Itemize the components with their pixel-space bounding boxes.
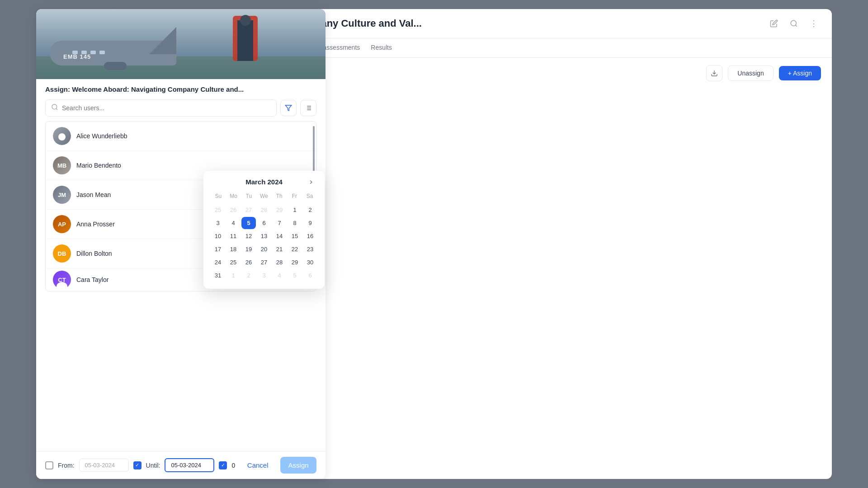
more-icon[interactable]: ⋮ xyxy=(807,16,821,31)
svg-point-3 xyxy=(52,104,57,109)
count-value: 0 xyxy=(231,462,235,469)
cal-day[interactable]: 3 xyxy=(257,269,271,282)
until-label: Until: xyxy=(146,462,160,469)
calendar-weekdays: Su Mo Tu We Th Fr Sa xyxy=(211,191,317,201)
cal-day[interactable]: 3 xyxy=(211,217,225,229)
cal-day[interactable]: 2 xyxy=(303,204,317,216)
cal-day[interactable]: 20 xyxy=(257,243,271,255)
svg-line-1 xyxy=(795,25,797,26)
count-checkbox[interactable]: ✓ xyxy=(219,461,227,469)
cal-day[interactable]: 19 xyxy=(241,243,256,255)
until-date-input[interactable] xyxy=(165,458,214,472)
user-name: Alice Wunderliebb xyxy=(76,132,127,140)
cal-day[interactable]: 15 xyxy=(288,230,302,242)
cal-day[interactable]: 28 xyxy=(272,256,287,268)
cal-day[interactable]: 7 xyxy=(272,217,287,229)
cal-day[interactable]: 1 xyxy=(288,204,302,216)
avatar xyxy=(53,127,71,145)
cal-day[interactable]: 25 xyxy=(226,256,241,268)
cal-day[interactable]: 4 xyxy=(272,269,287,282)
cal-day[interactable]: 24 xyxy=(211,256,225,268)
avatar: MB xyxy=(53,156,71,174)
cal-day[interactable]: 1 xyxy=(226,269,241,282)
cal-day[interactable]: 2 xyxy=(241,269,256,282)
from-checkbox[interactable] xyxy=(45,461,53,469)
user-name: Cara Taylor xyxy=(76,276,108,283)
calendar-next-button[interactable] xyxy=(305,176,317,188)
cal-day[interactable]: 21 xyxy=(272,243,287,255)
calendar-popup: March 2024 Su Mo Tu We Th Fr Sa 25 26 27… xyxy=(203,171,325,289)
avatar: AP xyxy=(53,215,71,233)
cal-day[interactable]: 26 xyxy=(226,204,241,216)
cal-day[interactable]: 18 xyxy=(226,243,241,255)
cal-day[interactable]: 5 xyxy=(288,269,302,282)
user-name: Jason Mean xyxy=(76,191,111,198)
cal-day[interactable]: 22 xyxy=(288,243,302,255)
filter-button[interactable] xyxy=(280,100,297,116)
avatar: JM xyxy=(53,186,71,204)
assign-button[interactable]: + Assign xyxy=(779,66,821,80)
cal-day[interactable]: 27 xyxy=(241,204,256,216)
cal-day[interactable]: 11 xyxy=(226,230,241,242)
cal-day[interactable]: 12 xyxy=(241,230,256,242)
calendar-days: 25 26 27 28 29 1 2 3 4 5 6 7 8 9 10 11 1… xyxy=(211,204,317,282)
cal-day[interactable]: 23 xyxy=(303,243,317,255)
from-date-input[interactable] xyxy=(79,459,129,472)
cal-day[interactable]: 4 xyxy=(226,217,241,229)
cancel-button[interactable]: Cancel xyxy=(240,457,276,474)
cal-day[interactable]: 9 xyxy=(303,217,317,229)
unassign-button[interactable]: Unassign xyxy=(728,66,773,81)
cal-day[interactable]: 16 xyxy=(303,230,317,242)
cal-day[interactable]: 31 xyxy=(211,269,225,282)
cal-day-selected[interactable]: 5 xyxy=(241,217,256,229)
cal-day[interactable]: 10 xyxy=(211,230,225,242)
svg-marker-5 xyxy=(285,105,291,111)
from-label: From: xyxy=(58,462,75,469)
search-icon xyxy=(51,103,58,113)
svg-point-0 xyxy=(791,20,796,26)
list-item[interactable]: Alice Wunderliebb xyxy=(46,122,316,151)
cal-day[interactable]: 28 xyxy=(257,204,271,216)
download-button[interactable] xyxy=(706,65,722,81)
edit-icon[interactable] xyxy=(767,16,781,31)
page-title: ompany Culture and Val... xyxy=(300,18,761,29)
cal-day[interactable]: 6 xyxy=(257,217,271,229)
search-input[interactable] xyxy=(62,104,271,112)
sort-button[interactable] xyxy=(300,100,316,116)
svg-line-4 xyxy=(56,108,57,110)
cal-day[interactable]: 30 xyxy=(303,256,317,268)
cal-day[interactable]: 29 xyxy=(288,256,302,268)
cal-day[interactable]: 6 xyxy=(303,269,317,282)
cal-day[interactable]: 29 xyxy=(272,204,287,216)
until-checkbox[interactable]: ✓ xyxy=(133,461,142,469)
cal-day[interactable]: 17 xyxy=(211,243,225,255)
cal-day[interactable]: 25 xyxy=(211,204,225,216)
modal-title: Assign: Welcome Aboard: Navigating Compa… xyxy=(36,79,326,99)
user-name: Dillon Bolton xyxy=(76,250,112,257)
user-name: Anna Prosser xyxy=(76,221,115,228)
cal-day[interactable]: 26 xyxy=(241,256,256,268)
cal-day[interactable]: 8 xyxy=(288,217,302,229)
cal-day[interactable]: 13 xyxy=(257,230,271,242)
search-icon[interactable] xyxy=(787,16,801,31)
assign-bottom-button[interactable]: Assign xyxy=(280,457,316,474)
calendar-month: March 2024 xyxy=(245,178,283,186)
tab-results[interactable]: Results xyxy=(371,38,392,57)
cal-day[interactable]: 27 xyxy=(257,256,271,268)
course-image: EMB 145 xyxy=(36,9,326,79)
user-name: Mario Bendento xyxy=(76,162,121,169)
avatar: DB xyxy=(53,244,71,263)
cal-day[interactable]: 14 xyxy=(272,230,287,242)
